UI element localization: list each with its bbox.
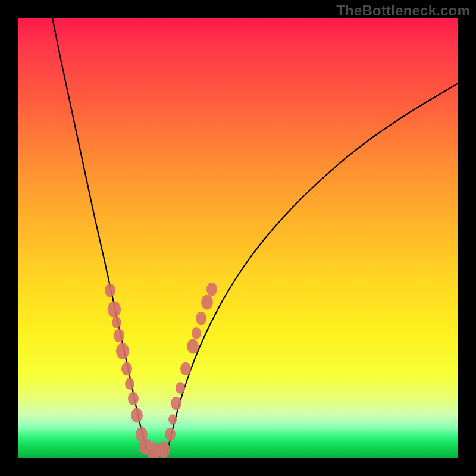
chart-svg — [18, 18, 458, 458]
scatter-dot — [176, 382, 185, 394]
scatter-dot — [165, 428, 176, 441]
scatter-dot — [112, 317, 121, 328]
scatter-dot — [128, 392, 139, 406]
scatter-dot — [108, 301, 121, 318]
scatter-dot — [157, 441, 170, 458]
scatter-dot — [131, 408, 143, 423]
scatter-dot — [168, 414, 177, 425]
scatter-dot — [116, 343, 129, 359]
chart-frame: TheBottleneck.com — [0, 0, 476, 476]
scatter-dot — [121, 362, 132, 376]
scatter-dot — [192, 327, 201, 339]
scatter-dot — [105, 284, 115, 298]
scatter-dot — [171, 397, 181, 411]
scatter-dot — [196, 312, 206, 325]
scatter-dot — [180, 362, 191, 376]
scatter-dot — [187, 339, 199, 354]
scatter-dot — [206, 283, 217, 296]
scatter-markers — [105, 283, 217, 458]
scatter-dot — [125, 378, 134, 390]
plot-area — [18, 18, 458, 458]
scatter-dot — [114, 329, 124, 343]
scatter-dot — [201, 295, 213, 310]
watermark-text: TheBottleneck.com — [336, 2, 470, 19]
right-curve — [167, 83, 458, 452]
